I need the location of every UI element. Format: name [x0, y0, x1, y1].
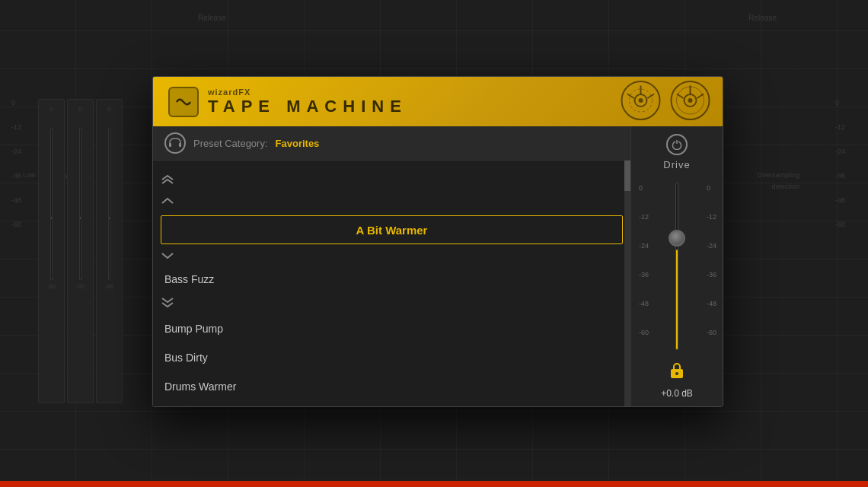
- svg-line-5: [627, 94, 634, 98]
- nav-double-down-button[interactable]: [161, 296, 174, 312]
- drive-scale-left: 0 -12 -24 -36 -48 -60: [639, 184, 649, 336]
- nav-after-selected: [153, 246, 630, 265]
- plugin-body: Preset Category: Favorites: [153, 126, 723, 406]
- preset-panel: Preset Category: Favorites: [153, 126, 631, 406]
- preset-nav-arrows: [153, 167, 630, 212]
- svg-point-0: [622, 81, 660, 119]
- svg-rect-14: [169, 143, 171, 147]
- preset-item-selected[interactable]: A Bit Warmer: [161, 215, 623, 244]
- svg-point-1: [635, 94, 647, 107]
- preset-item-3-label: Bus Dirty: [164, 352, 208, 364]
- svg-rect-15: [179, 143, 181, 147]
- preset-scrollbar-thumb[interactable]: [624, 161, 630, 191]
- preset-item-selected-label: A Bit Warmer: [356, 224, 428, 237]
- svg-line-4: [648, 94, 655, 98]
- plugin-title-block: wizardFX TAPE MACHINE: [208, 88, 407, 115]
- preset-item-1[interactable]: Bass Fuzz: [153, 265, 630, 294]
- svg-point-2: [639, 98, 643, 103]
- svg-point-18: [675, 372, 678, 375]
- preset-item-1-label: Bass Fuzz: [164, 273, 214, 285]
- nav-double-up-button[interactable]: [161, 171, 623, 188]
- drive-panel: Drive 0 -12 -24 -36 -48 -60: [631, 126, 723, 406]
- drive-fader-track: [675, 183, 678, 350]
- tape-reel-right: [669, 79, 711, 124]
- nav-single-up-button[interactable]: [161, 191, 623, 208]
- drive-scale-right: 0 -12 -24 -36 -48 -60: [707, 184, 716, 336]
- drive-fader-handle[interactable]: [669, 230, 685, 247]
- svg-line-12: [677, 94, 684, 98]
- plugin-window: wizardFX TAPE MACHINE: [152, 76, 723, 407]
- drive-label: Drive: [663, 159, 690, 170]
- svg-point-6: [630, 89, 653, 112]
- preset-category-value: Favorites: [276, 138, 320, 149]
- preset-item-2-label: Bump Pump: [164, 323, 223, 335]
- drive-power-button[interactable]: [666, 134, 688, 155]
- drive-fader-container: 0 -12 -24 -36 -48 -60 0 -12 -24: [631, 177, 723, 355]
- svg-line-11: [697, 94, 704, 98]
- tape-reel-left: [620, 79, 662, 124]
- plugin-name: TAPE MACHINE: [208, 98, 407, 115]
- nav-single-down-button[interactable]: [161, 248, 174, 263]
- plugin-logo: [168, 87, 199, 117]
- svg-point-13: [677, 87, 704, 114]
- drive-fader-fill: [676, 250, 678, 349]
- red-bar: [0, 481, 868, 487]
- drive-value: +0.0 dB: [661, 388, 693, 399]
- plugin-header: wizardFX TAPE MACHINE: [153, 77, 723, 126]
- lock-icon[interactable]: [669, 361, 685, 382]
- headphones-icon: [164, 132, 186, 154]
- preset-list: A Bit Warmer Bass Fuzz: [153, 215, 630, 401]
- svg-point-7: [672, 81, 710, 119]
- preset-item-4-label: Drums Warmer: [164, 380, 236, 393]
- svg-point-9: [688, 98, 693, 103]
- nav-double-down-wrapper: [153, 294, 630, 314]
- preset-item-3[interactable]: Bus Dirty: [153, 343, 630, 372]
- preset-scrollbar[interactable]: [624, 161, 630, 406]
- preset-item-4[interactable]: Drums Warmer: [153, 372, 630, 401]
- preset-category-label: Preset Category:: [193, 138, 268, 149]
- preset-list-container: A Bit Warmer Bass Fuzz: [153, 161, 630, 406]
- preset-header: Preset Category: Favorites: [153, 126, 630, 161]
- plugin-brand: wizardFX: [208, 88, 407, 97]
- svg-point-8: [685, 94, 697, 107]
- preset-item-2[interactable]: Bump Pump: [153, 314, 630, 343]
